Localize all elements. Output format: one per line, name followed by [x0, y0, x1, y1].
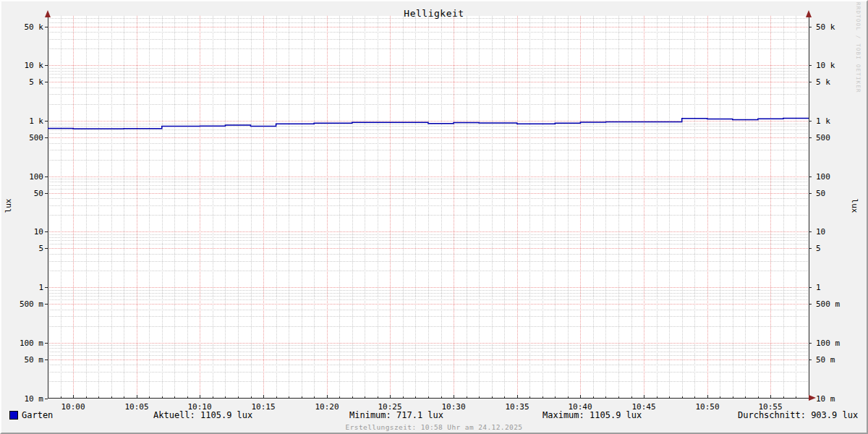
graph-inner: Helligkeit 50 k10 k5 k1 k500100501051500… — [0, 0, 868, 434]
y-tick-label-left: 1 — [0, 283, 43, 292]
y-tick-label-left: 5 k — [0, 77, 43, 87]
plot-area — [0, 0, 868, 434]
x-tick-label: 10:05 — [118, 402, 156, 412]
stat-aktuell: Aktuell: 1105.9 lux — [153, 410, 252, 420]
rrdtool-graph: Helligkeit 50 k10 k5 k1 k500100501051500… — [0, 0, 868, 434]
y-tick-label-left: 100 m — [0, 339, 43, 348]
y-tick-label-left: 10 — [0, 227, 43, 237]
y-tick-label-right: 500 — [816, 133, 867, 142]
x-tick-label: 10:00 — [54, 402, 92, 412]
y-tick-label-right: 10 — [816, 227, 867, 237]
y-tick-label-right: 5 — [816, 244, 867, 253]
y-tick-label-right: 50 m — [816, 355, 867, 365]
y-axis-unit-right: lux — [850, 192, 859, 221]
y-tick-label-left: 10 m — [0, 394, 43, 404]
y-tick-label-right: 1 k — [816, 116, 867, 126]
legend-swatch — [9, 411, 18, 420]
y-tick-label-right: 100 — [816, 172, 867, 182]
y-tick-label-right: 500 m — [816, 299, 867, 309]
stat-minimum: Minimum: 717.1 lux — [349, 410, 443, 420]
y-tick-label-right: 50 — [816, 189, 867, 198]
creation-time: Erstellungszeit: 10:58 Uhr am 24.12.2025 — [0, 423, 868, 431]
y-tick-label-left: 500 — [0, 133, 43, 142]
x-tick-label: 10:20 — [308, 402, 346, 412]
y-tick-label-left: 5 — [0, 244, 43, 253]
y-tick-label-right: 1 — [816, 283, 867, 292]
y-tick-label-left: 500 m — [0, 299, 43, 309]
y-tick-label-left: 100 — [0, 172, 43, 182]
y-tick-label-right: 10 m — [816, 394, 867, 404]
y-axis-unit-left: lux — [4, 192, 13, 221]
y-tick-label-left: 1 k — [0, 116, 43, 126]
y-tick-label-left: 50 k — [0, 22, 43, 32]
stat-durchschnitt: Durchschnitt: 903.9 lux — [738, 410, 858, 420]
rrdtool-watermark: RRDTOOL / TOBI OETIKER — [855, 2, 861, 93]
stat-maximum: Maximum: 1105.9 lux — [542, 410, 642, 420]
y-tick-label-left: 10 k — [0, 61, 43, 70]
chart-title: Helligkeit — [0, 8, 868, 19]
y-tick-label-left: 50 m — [0, 355, 43, 365]
x-tick-label: 10:50 — [689, 402, 726, 412]
y-tick-label-right: 100 m — [816, 339, 867, 348]
legend-series-label: Garten — [22, 410, 53, 420]
x-tick-label: 10:35 — [498, 402, 536, 412]
